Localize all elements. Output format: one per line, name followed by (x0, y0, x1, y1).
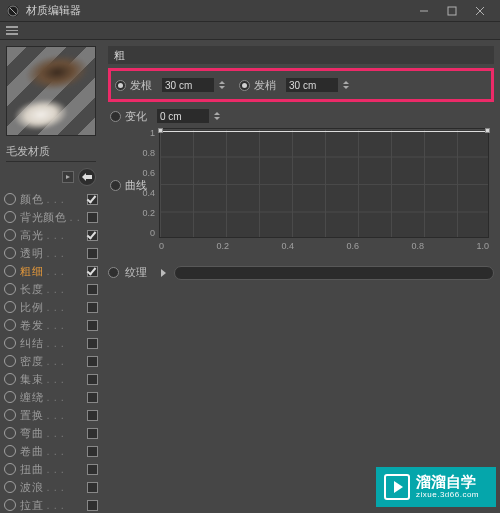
channel-checkbox[interactable] (87, 374, 98, 385)
channel-checkbox[interactable] (87, 212, 98, 223)
channel-label: 置换 . . . (20, 408, 83, 423)
hamburger-icon[interactable] (6, 26, 18, 35)
channel-dots: . . . (43, 247, 64, 259)
channel-checkbox[interactable] (87, 266, 98, 277)
watermark-url: zixue.3d66.com (416, 491, 479, 500)
channel-ring-icon (4, 499, 16, 511)
channel-checkbox[interactable] (87, 446, 98, 457)
channel-checkbox[interactable] (87, 500, 98, 511)
channel-ring-icon (4, 355, 16, 367)
channel-item[interactable]: 颜色 . . . (2, 190, 102, 208)
channel-checkbox[interactable] (87, 302, 98, 313)
channel-ring-icon (4, 319, 16, 331)
channel-label: 缠绕 . . . (20, 390, 83, 405)
channel-label: 弯曲 . . . (20, 426, 83, 441)
texture-radio[interactable] (108, 267, 119, 278)
curve-handle-end[interactable] (485, 128, 490, 133)
channel-checkbox[interactable] (87, 428, 98, 439)
channel-label: 粗细 . . . (20, 264, 83, 279)
root-radio[interactable] (115, 80, 126, 91)
channel-dots: . . . (43, 337, 64, 349)
tip-radio[interactable] (239, 80, 250, 91)
channel-item[interactable]: 比例 . . . (2, 298, 102, 316)
tip-spinner[interactable] (343, 81, 349, 89)
channel-label: 波浪 . . . (20, 480, 83, 495)
channel-dots: . . . (43, 445, 64, 457)
channel-label: 透明 . . . (20, 246, 83, 261)
watermark-badge: 溜溜自学 zixue.3d66.com (376, 467, 496, 507)
variation-radio[interactable] (110, 111, 121, 122)
texture-arrow-icon[interactable] (161, 269, 166, 277)
variation-spinner[interactable] (214, 112, 220, 120)
divider (6, 161, 96, 162)
channel-label: 长度 . . . (20, 282, 83, 297)
channel-label: 高光 . . . (20, 228, 83, 243)
channel-dots: . . . (43, 463, 64, 475)
channel-dots: . . . (43, 481, 64, 493)
app-icon (6, 4, 20, 18)
channel-item[interactable]: 纠结 . . . (2, 334, 102, 352)
menu-strip (0, 22, 500, 40)
maximize-button[interactable] (438, 0, 466, 22)
channel-item[interactable]: 长度 . . . (2, 280, 102, 298)
channel-item[interactable]: 密度 . . . (2, 352, 102, 370)
curve-editor[interactable]: 10.80.60.40.20 00.20.40.60.81.0 (159, 128, 489, 251)
curve-handle-start[interactable] (158, 128, 163, 133)
channel-item[interactable]: 高光 . . . (2, 226, 102, 244)
channel-label: 密度 . . . (20, 354, 83, 369)
curve-radio[interactable] (110, 180, 121, 191)
channel-dots: . . . (43, 409, 64, 421)
channel-checkbox[interactable] (87, 482, 98, 493)
channel-item[interactable]: 弯曲 . . . (2, 424, 102, 442)
variation-label: 变化 (125, 109, 153, 124)
channel-checkbox[interactable] (87, 356, 98, 367)
minimize-button[interactable] (410, 0, 438, 22)
channel-checkbox[interactable] (87, 230, 98, 241)
channel-checkbox[interactable] (87, 410, 98, 421)
channel-item[interactable]: 卷发 . . . (2, 316, 102, 334)
channel-item[interactable]: 背光颜色 . . . (2, 208, 102, 226)
curve-y-axis: 10.80.60.40.20 (131, 128, 155, 238)
root-value-input[interactable]: 30 cm (162, 78, 214, 92)
channel-ring-icon (4, 373, 16, 385)
channel-item[interactable]: 缠绕 . . . (2, 388, 102, 406)
root-spinner[interactable] (219, 81, 225, 89)
svg-rect-3 (448, 7, 456, 15)
channel-dots: . . . (43, 301, 64, 313)
channel-label: 颜色 . . . (20, 192, 83, 207)
tip-value-input[interactable]: 30 cm (286, 78, 338, 92)
channel-label: 卷曲 . . . (20, 444, 83, 459)
channel-item[interactable]: 集束 . . . (2, 370, 102, 388)
material-preview[interactable] (6, 46, 96, 136)
channel-dots: . . . (66, 211, 83, 223)
channel-checkbox[interactable] (87, 284, 98, 295)
channel-item[interactable]: 拉直 . . . (2, 496, 102, 513)
curve-grid[interactable] (159, 128, 489, 238)
channel-item[interactable]: 置换 . . . (2, 406, 102, 424)
sidebar-collapse-button[interactable] (62, 171, 74, 183)
channel-label: 拉直 . . . (20, 498, 83, 513)
channel-checkbox[interactable] (87, 464, 98, 475)
tip-label: 发梢 (254, 78, 282, 93)
channel-item[interactable]: 波浪 . . . (2, 478, 102, 496)
channel-ring-icon (4, 463, 16, 475)
channel-dots: . . . (43, 355, 64, 367)
channel-item[interactable]: 透明 . . . (2, 244, 102, 262)
channel-checkbox[interactable] (87, 320, 98, 331)
channel-checkbox[interactable] (87, 392, 98, 403)
variation-value-input[interactable]: 0 cm (157, 109, 209, 123)
channel-ring-icon (4, 337, 16, 349)
channel-item[interactable]: 粗细 . . . (2, 262, 102, 280)
channel-item[interactable]: 扭曲 . . . (2, 460, 102, 478)
channel-item[interactable]: 卷曲 . . . (2, 442, 102, 460)
channel-ring-icon (4, 301, 16, 313)
window-title: 材质编辑器 (26, 3, 410, 18)
channel-dots: . . . (43, 427, 64, 439)
channel-checkbox[interactable] (87, 248, 98, 259)
channel-checkbox[interactable] (87, 194, 98, 205)
channel-checkbox[interactable] (87, 338, 98, 349)
texture-slot[interactable] (174, 266, 494, 280)
close-button[interactable] (466, 0, 494, 22)
channel-list: 颜色 . . .背光颜色 . . .高光 . . .透明 . . .粗细 . .… (0, 190, 102, 513)
picker-icon[interactable] (78, 168, 96, 186)
